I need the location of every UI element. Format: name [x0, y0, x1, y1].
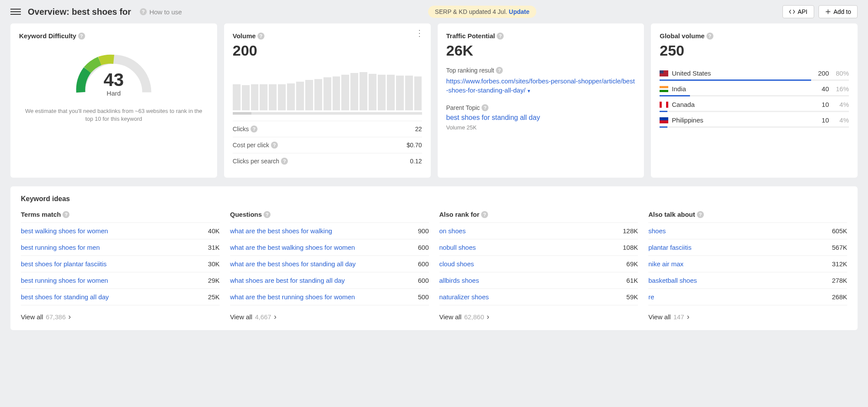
idea-keyword-link[interactable]: basketball shoes — [648, 277, 697, 284]
idea-keyword-link[interactable]: on shoes — [439, 227, 466, 235]
idea-keyword-link[interactable]: what are the best walking shoes for wome… — [230, 244, 355, 251]
view-all-link[interactable]: View all 62,860 › — [439, 312, 638, 321]
gv-country-row[interactable]: Canada104% — [660, 97, 849, 112]
gv-value: 250 — [660, 42, 849, 59]
kd-rating: Hard — [73, 89, 155, 97]
help-icon[interactable] — [697, 211, 704, 218]
idea-keyword-link[interactable]: best shoes for plantar fasciitis — [21, 260, 107, 268]
view-all-link[interactable]: View all 4,667 › — [230, 312, 429, 321]
view-all-link[interactable]: View all 147 › — [648, 312, 847, 321]
metric-value: 0.12 — [410, 158, 422, 165]
metric-row: Cost per click $0.70 — [233, 137, 422, 153]
idea-keyword-link[interactable]: plantar fasciitis — [648, 244, 691, 251]
dropdown-caret-icon[interactable]: ▼ — [527, 89, 531, 93]
volume-card: ⋮ Volume 200 Clicks 22Cost per click $0.… — [224, 23, 431, 178]
idea-keyword-link[interactable]: nobull shoes — [439, 244, 476, 251]
plus-icon — [825, 9, 831, 15]
idea-volume: 30K — [208, 260, 220, 268]
flag-icon — [660, 102, 668, 108]
menu-icon[interactable] — [10, 7, 21, 17]
idea-row: on shoes128K — [439, 223, 638, 239]
idea-volume: 25K — [208, 293, 220, 301]
ideas-column: Terms match best walking shoes for women… — [21, 211, 220, 321]
help-icon[interactable] — [251, 126, 257, 132]
idea-keyword-link[interactable]: re — [648, 293, 654, 301]
metric-label: Clicks per search — [233, 158, 288, 165]
idea-keyword-link[interactable]: naturalizer shoes — [439, 293, 489, 301]
volume-bar — [278, 84, 286, 110]
kebab-icon[interactable]: ⋮ — [415, 30, 424, 36]
idea-keyword-link[interactable]: allbirds shoes — [439, 277, 479, 284]
idea-row: shoes605K — [648, 223, 847, 239]
api-button[interactable]: API — [782, 5, 814, 18]
gv-country-row[interactable]: Philippines104% — [660, 113, 849, 127]
country-volume: 200 — [807, 69, 829, 77]
help-icon[interactable] — [497, 33, 504, 40]
help-icon[interactable] — [271, 142, 278, 149]
idea-row: best running shoes for women29K — [21, 272, 220, 289]
metric-value: $0.70 — [406, 142, 422, 149]
idea-keyword-link[interactable]: what are the best running shoes for wome… — [230, 293, 355, 301]
kd-label: Keyword Difficulty — [19, 32, 208, 40]
idea-keyword-link[interactable]: what shoes are best for standing all day — [230, 277, 345, 284]
help-icon[interactable] — [281, 158, 288, 165]
idea-row: best shoes for plantar fasciitis30K — [21, 256, 220, 272]
help-icon[interactable] — [63, 211, 69, 218]
ideas-column-head: Terms match — [21, 211, 220, 223]
add-to-button[interactable]: Add to — [818, 5, 858, 18]
idea-keyword-link[interactable]: best running shoes for women — [21, 277, 108, 284]
idea-keyword-link[interactable]: nike air max — [648, 260, 683, 268]
idea-volume: 59K — [627, 293, 638, 301]
idea-keyword-link[interactable]: best walking shoes for women — [21, 227, 108, 235]
idea-row: what are the best running shoes for wome… — [230, 289, 429, 305]
view-all-label: View all — [230, 313, 252, 321]
volume-scrollbar[interactable] — [233, 112, 422, 115]
help-icon[interactable] — [264, 211, 271, 218]
help-icon[interactable] — [496, 67, 503, 74]
idea-volume: 108K — [623, 244, 638, 251]
volume-bar — [369, 74, 376, 110]
update-link[interactable]: Update — [509, 8, 529, 15]
help-icon[interactable] — [481, 211, 488, 218]
idea-volume: 128K — [623, 227, 638, 235]
idea-row: best running shoes for men31K — [21, 239, 220, 256]
kd-gauge: 43 Hard — [19, 46, 208, 98]
idea-volume: 600 — [418, 260, 429, 268]
idea-row: what shoes are best for standing all day… — [230, 272, 429, 289]
api-button-label: API — [798, 8, 808, 15]
help-icon[interactable] — [706, 33, 713, 40]
idea-keyword-link[interactable]: shoes — [648, 227, 666, 235]
idea-volume: 61K — [627, 277, 638, 284]
idea-keyword-link[interactable]: best running shoes for men — [21, 244, 100, 251]
country-volume: 10 — [807, 116, 829, 124]
view-all-link[interactable]: View all 67,386 › — [21, 312, 220, 321]
idea-row: nobull shoes108K — [439, 239, 638, 256]
parent-topic-link[interactable]: best shoes for standing all day — [446, 114, 636, 122]
idea-row: plantar fasciitis567K — [648, 239, 847, 256]
country-volume: 10 — [807, 101, 829, 108]
idea-row: what are the best shoes for walking900 — [230, 223, 429, 239]
idea-volume: 600 — [418, 244, 429, 251]
top-ranking-url[interactable]: https://www.forbes.com/sites/forbes-pers… — [446, 76, 636, 95]
help-icon[interactable] — [482, 104, 488, 111]
idea-row: nike air max312K — [648, 256, 847, 272]
gv-country-row[interactable]: United States20080% — [660, 66, 849, 80]
volume-bar — [242, 85, 250, 110]
how-to-use-link[interactable]: How to use — [138, 8, 182, 16]
idea-row: re268K — [648, 289, 847, 305]
gv-country-row[interactable]: India4016% — [660, 82, 849, 96]
metric-row: Clicks per search 0.12 — [233, 153, 422, 169]
idea-row: best walking shoes for women40K — [21, 223, 220, 239]
idea-keyword-link[interactable]: what are the best shoes for standing all… — [230, 260, 356, 268]
help-icon[interactable] — [78, 33, 85, 40]
header-actions: API Add to — [782, 5, 858, 18]
idea-volume: 278K — [832, 277, 847, 284]
idea-keyword-link[interactable]: cloud shoes — [439, 260, 474, 268]
metric-label: Clicks — [233, 126, 257, 132]
idea-keyword-link[interactable]: best shoes for standing all day — [21, 293, 109, 301]
volume-bar — [260, 84, 267, 110]
help-icon[interactable] — [257, 33, 264, 40]
idea-keyword-link[interactable]: what are the best shoes for walking — [230, 227, 332, 235]
idea-volume: 40K — [208, 227, 220, 235]
tp-label: Traffic Potential — [446, 32, 636, 40]
